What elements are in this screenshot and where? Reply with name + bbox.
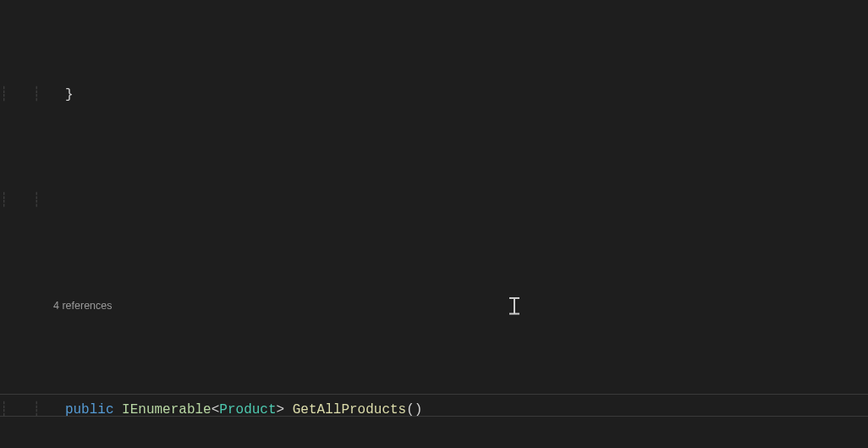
brace-close: } <box>65 85 74 106</box>
code-editor[interactable]: ┊ ┊ } ┊ ┊ 4 references ┊ ┊ public IEnume… <box>0 0 868 448</box>
divider-region <box>0 394 868 417</box>
indent-guide: ┊ ┊ <box>0 85 65 106</box>
codelens-references[interactable]: 4 references <box>0 296 868 315</box>
